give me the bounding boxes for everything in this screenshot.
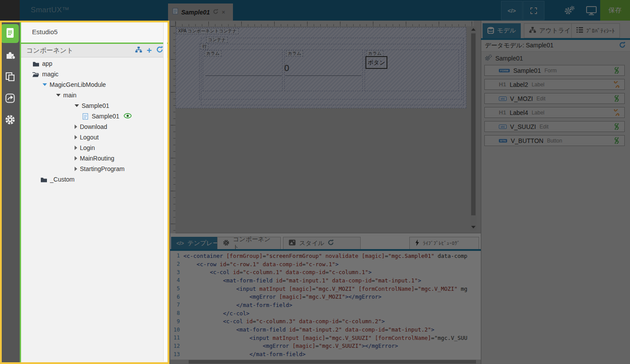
tree-item-startingprogram[interactable]: StartingProgram (21, 164, 163, 174)
collapse-arrow-icon[interactable] (56, 94, 61, 96)
sidebar-item-copies[interactable] (0, 70, 20, 85)
sidebar-item-settings[interactable] (0, 113, 20, 128)
smartux-designer-window: SmartUX™ Sample01 × </> 保存 Estudio5 (0, 0, 630, 364)
sidebar-item-plugins[interactable] (0, 49, 20, 64)
tree-item-magicgenlibmodule[interactable]: MagicGenLibModule (21, 79, 163, 90)
tree-item-label: magic (42, 71, 58, 78)
tree-item-label: MainRouting (80, 155, 115, 162)
left-panel-scrollbar[interactable] (163, 21, 167, 361)
expand-arrow-icon[interactable] (75, 125, 77, 129)
expand-arrow-icon[interactable] (75, 135, 77, 139)
component-section-title: コンポーネント (26, 46, 135, 55)
tree-item-logout[interactable]: Logout (21, 132, 163, 143)
tree-item-label: Download (80, 123, 107, 130)
tree-item-label: main (63, 92, 76, 99)
tree-item-label: Login (80, 144, 95, 151)
tree-item-magic[interactable]: magic (21, 69, 163, 79)
tree-item-sample01[interactable]: Sample01 (21, 100, 163, 111)
folder-open-icon (32, 71, 39, 77)
tree-item-label: Logout (80, 134, 99, 141)
document-icon (6, 28, 14, 40)
tree-item-label: MagicGenLibModule (50, 81, 106, 88)
project-title: Estudio5 (21, 21, 169, 43)
refresh-icon[interactable] (156, 46, 163, 55)
preview-eye-icon[interactable] (124, 113, 132, 120)
add-component-icon[interactable]: + (147, 47, 152, 54)
tree-item-app[interactable]: app (21, 58, 163, 69)
puzzle-icon (5, 50, 15, 62)
gear-icon (5, 114, 15, 127)
tree-item-mainrouting[interactable]: MainRouting (21, 153, 163, 164)
tree-item-download[interactable]: Download (21, 121, 163, 132)
component-tree: appmagicMagicGenLibModulemainSample01Sam… (21, 58, 163, 361)
tree-item-label: StartingProgram (80, 165, 125, 172)
sidebar-item-documents[interactable] (1, 24, 19, 43)
tree-item-login[interactable]: Login (21, 143, 163, 153)
folder-icon (32, 61, 39, 67)
expand-arrow-icon[interactable] (75, 156, 77, 161)
tree-item-label: Sample01 (82, 102, 109, 109)
icon-sidebar (0, 21, 20, 364)
sitemap-icon[interactable] (135, 46, 142, 55)
folder-icon (40, 177, 47, 182)
collapse-arrow-icon[interactable] (43, 83, 47, 86)
tree-item-label: _Custom (50, 176, 75, 183)
dim-overlay-top (0, 0, 630, 21)
tree-item-label: app (42, 60, 52, 67)
tree-item-main[interactable]: main (21, 90, 163, 100)
dim-overlay-main (169, 21, 630, 364)
tree-item-sample01[interactable]: Sample01 (21, 111, 163, 121)
share-arrow-icon (5, 93, 15, 105)
expand-arrow-icon[interactable] (75, 167, 77, 171)
sidebar-item-share[interactable] (0, 92, 20, 107)
collapse-arrow-icon[interactable] (75, 104, 79, 107)
copy-pages-icon (5, 72, 15, 83)
expand-arrow-icon[interactable] (75, 146, 77, 150)
component-section-header: コンポーネント + (21, 44, 169, 57)
tree-item-label: Sample01 (92, 113, 119, 120)
tree-item-_custom[interactable]: _Custom (21, 174, 163, 185)
document-icon (82, 113, 89, 120)
